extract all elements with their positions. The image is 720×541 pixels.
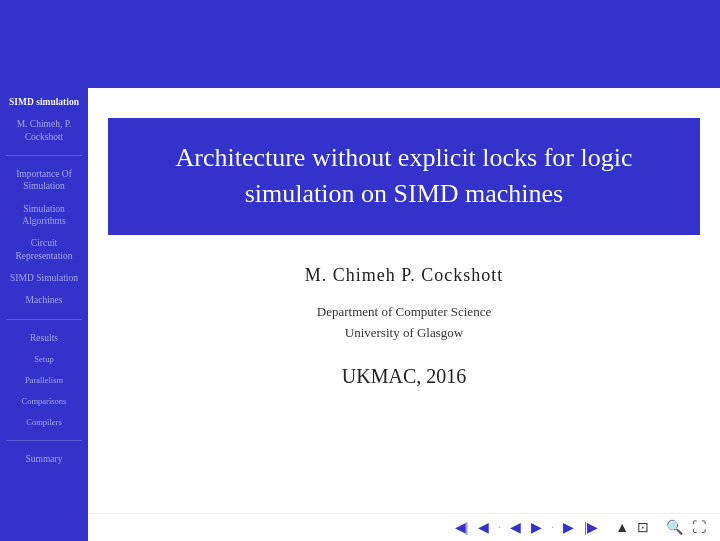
content-area: SIMD simulation M. Chimeh, P. Cockshott …	[0, 88, 720, 541]
sidebar-item-simd-simulation[interactable]: SIMD simulation	[6, 96, 82, 108]
department-text: Department of Computer Science Universit…	[317, 302, 491, 344]
sidebar-divider-3	[6, 440, 82, 441]
sidebar-item-circuit-representation[interactable]: Circuit Representation	[6, 237, 82, 262]
nav-prev-icon[interactable]: ◀	[475, 517, 492, 538]
sidebar-item-setup[interactable]: Setup	[6, 354, 82, 365]
nav-next2-icon[interactable]: ▶	[528, 517, 545, 538]
nav-fullscreen-icon[interactable]: ⛶	[690, 518, 708, 538]
nav-up-icon[interactable]: ▲	[613, 518, 631, 538]
sidebar-item-comparisons[interactable]: Comparisons	[6, 396, 82, 407]
title-box: Architecture without explicit locks for …	[108, 118, 700, 235]
sidebar-item-m-chimeh[interactable]: M. Chimeh, P. Cockshott	[6, 118, 82, 143]
nav-first-icon[interactable]: ◀|	[452, 517, 472, 538]
sidebar-item-parallelism[interactable]: Parallelism	[6, 375, 82, 386]
presentation-title: Architecture without explicit locks for …	[138, 140, 670, 213]
bottom-nav-wrapper: ◀| ◀ · ◀ ▶ · ▶ |▶ ▲ ⊡ 🔍 ⛶	[88, 513, 720, 541]
sidebar-item-importance-of-simulation[interactable]: Importance Of Simulation	[6, 168, 82, 193]
nav-bookmark-icon[interactable]: ⊡	[635, 517, 651, 538]
sidebar-item-simd-simulation-2[interactable]: SIMD Simulation	[6, 272, 82, 284]
nav-next-icon[interactable]: ▶	[560, 517, 577, 538]
main-content: Architecture without explicit locks for …	[88, 88, 720, 541]
bottom-nav: ◀| ◀ · ◀ ▶ · ▶ |▶ ▲ ⊡ 🔍 ⛶	[88, 513, 720, 541]
sidebar-item-compilers[interactable]: Compilers	[6, 417, 82, 428]
sidebar-item-simulation-algorithms[interactable]: Simulation Algorithms	[6, 203, 82, 228]
sidebar-item-results[interactable]: Results	[6, 332, 82, 344]
authors-text: M. Chimeh P. Cockshott	[305, 265, 504, 286]
sidebar-item-summary[interactable]: Summary	[6, 453, 82, 465]
sidebar-item-machines[interactable]: Machines	[6, 294, 82, 306]
sidebar: SIMD simulation M. Chimeh, P. Cockshott …	[0, 88, 88, 541]
nav-search-icon[interactable]: 🔍	[663, 517, 686, 538]
top-banner	[0, 0, 720, 88]
conference-text: UKMAC, 2016	[342, 365, 466, 388]
sidebar-divider	[6, 155, 82, 156]
nav-last-icon[interactable]: |▶	[581, 517, 601, 538]
sidebar-divider-2	[6, 319, 82, 320]
nav-prev2-icon[interactable]: ◀	[507, 517, 524, 538]
